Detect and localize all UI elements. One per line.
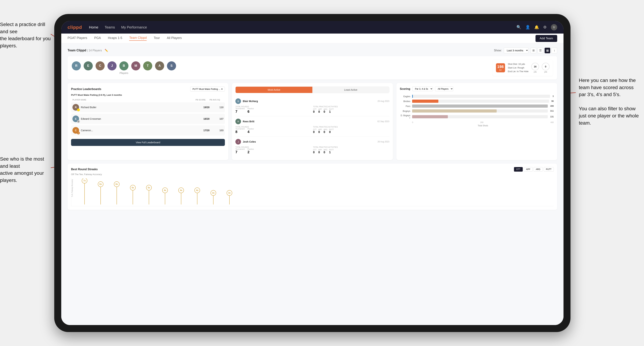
bell-icon[interactable]: 🔔	[534, 25, 539, 29]
annotation-bl-line1: See who is the most and least	[0, 156, 44, 169]
lb-score-1: 19/20	[196, 106, 210, 109]
nav-item-teams[interactable]: Teams	[105, 25, 115, 29]
player-avatar-9[interactable]: S	[167, 61, 176, 70]
view-leaderboard-button[interactable]: View Full Leaderboard	[71, 139, 225, 146]
rounds-values: Tournament 7 Practice 6	[235, 108, 312, 114]
player-avatar-4[interactable]: J	[108, 61, 116, 70]
practice-val-2: 4	[248, 130, 254, 134]
shot-metric-2-circle: 0	[542, 63, 550, 70]
subnav-hcaps[interactable]: Hcaps 1-5	[108, 36, 122, 40]
activity-avatar-1: B	[235, 98, 241, 104]
streaks-title: Best Round Streaks	[71, 168, 98, 171]
subnav-allplayers[interactable]: All Players	[167, 36, 182, 40]
dbogeys-fill	[412, 115, 448, 118]
player-avatar-1[interactable]: R	[72, 61, 81, 70]
lb-name-1: Richard Butler	[81, 106, 96, 109]
lb-medal-silver: 2	[77, 120, 80, 123]
practice-activities-2: OTT0 APP0 ARG0 PUTT0	[313, 129, 390, 134]
shot-badge-sub: SC	[499, 69, 502, 71]
lb-medal-gold: ⭐	[77, 109, 80, 111]
sub-nav: PGAT Players PGA Hcaps 1-5 Team Clippd T…	[61, 33, 564, 43]
streaks-filter-arg[interactable]: ARG	[534, 167, 543, 172]
pin-10: 3x	[226, 190, 232, 204]
lb-score-3: 17/20	[196, 129, 210, 132]
arg-label-2: ARG	[324, 129, 328, 131]
scoring-bar-birdies: Birdies 96	[400, 100, 554, 103]
putt-val-2: 0	[329, 131, 334, 134]
shot-dist: Shot Dist: 16 yds	[508, 62, 528, 66]
nav-item-performance[interactable]: My Performance	[121, 25, 147, 29]
player-avatar-5[interactable]: B	[119, 61, 128, 70]
shot-info: Shot Dist: 16 yds Start Lie: Rough End L…	[508, 62, 528, 73]
scoring-filter-players[interactable]: All Players	[435, 86, 453, 91]
subnav-pga[interactable]: PGA	[94, 36, 101, 40]
subnav-teamclippd[interactable]: Team Clippd	[129, 36, 147, 41]
subnav-tour[interactable]: Tour	[154, 36, 160, 40]
practice-val-3: 2	[248, 150, 254, 154]
settings-icon[interactable]: ⚙	[543, 25, 547, 29]
streaks-filter-group: OTT APP ARG PUTT	[514, 167, 554, 172]
player-avatar-7[interactable]: T	[143, 61, 152, 70]
leaderboard-dropdown[interactable]: PUTT Must Make Putting ... ▾	[190, 86, 225, 92]
streaks-chart: % A, Fairway Accuracy 7x 6x 6x	[71, 178, 554, 206]
putt-val-1: 1	[329, 110, 334, 113]
view-sort-icon[interactable]: ↕	[552, 48, 557, 53]
player-avatar-8[interactable]: A	[155, 61, 164, 70]
lb-sq-1: 110	[210, 106, 224, 109]
streaks-filter-ott[interactable]: OTT	[514, 167, 523, 172]
add-team-button[interactable]: Add Team	[536, 35, 557, 42]
leaderboard-title: Practice Leaderboards	[71, 88, 101, 91]
pin-line-6	[165, 193, 165, 204]
tab-least-active[interactable]: Least Active	[312, 87, 389, 93]
streaks-filter-app[interactable]: APP	[524, 167, 532, 172]
show-select[interactable]: Last 3 months Last 6 months Last year	[504, 47, 528, 53]
annotation-r-line2: team have scored across	[579, 85, 634, 90]
pin-line-4	[133, 190, 133, 204]
team-header: Team Clippd | 14 Players ✏️ Show: Last 3…	[68, 47, 557, 53]
edit-icon[interactable]: ✏️	[105, 49, 108, 52]
practice-val-1: 6	[248, 110, 254, 114]
scoring-bar-bogeys: Bogeys 311	[400, 109, 554, 113]
activity-player-2: R Rees Britt 02 Sep 2023 Total Rounds To…	[235, 116, 389, 137]
view-list-icon[interactable]: ☰	[538, 48, 543, 53]
annotation-right: Here you can see how the team have score…	[579, 77, 639, 127]
view-grid-icon[interactable]: ⊞	[530, 48, 536, 53]
pin-line-1	[84, 183, 85, 204]
pin-circle-3: 6x	[114, 181, 120, 187]
user-avatar[interactable]: U	[551, 24, 557, 30]
eagles-track	[412, 95, 550, 98]
shot-metric-1-circle: 16	[531, 63, 539, 70]
activity-rounds-1: Total Rounds Tournament 7 Practice 6	[235, 106, 312, 114]
pin-line-10	[229, 196, 230, 204]
app-label: APP	[318, 108, 322, 110]
lb-player-2: E 2 Edward Crossman	[72, 116, 196, 122]
team-title: Team Clippd | 14 Players	[68, 49, 102, 52]
player-avatar-2[interactable]: E	[84, 61, 93, 70]
birdies-track	[412, 100, 549, 103]
practice-activities: OTT 0 APP 0 ARG 0	[313, 108, 390, 113]
annotation-line2: the leaderboard for you players.	[0, 36, 51, 48]
person-icon[interactable]: 👤	[525, 25, 530, 29]
nav-item-home[interactable]: Home	[89, 25, 98, 29]
pin-line-7	[181, 193, 181, 204]
activity-date-3: 26 Aug 2023	[378, 141, 389, 143]
app-group: APP 0	[318, 108, 322, 113]
nav-logo: clippd	[68, 25, 82, 30]
scoring-bar-pars: Pars 499	[400, 105, 554, 108]
activity-tabs: Most Active Least Active	[235, 86, 389, 93]
shot-badge-num: 198	[497, 64, 504, 69]
player-avatar-3[interactable]: C	[96, 61, 105, 70]
tournament-label: Tournament	[235, 108, 245, 110]
scoring-filter-par[interactable]: Par 3, 4 & 5s Par 3s Par 4s Par 5s	[412, 86, 433, 91]
player-avatar-6[interactable]: M	[131, 61, 140, 70]
streaks-header: Best Round Streaks OTT APP ARG PUTT	[71, 167, 554, 172]
tab-most-active[interactable]: Most Active	[236, 87, 312, 93]
view-cards-icon[interactable]: ▦	[544, 48, 550, 53]
nav-items: Home Teams My Performance	[89, 25, 510, 29]
bogeys-label: Bogeys	[400, 110, 410, 112]
subnav-pgat[interactable]: PGAT Players	[68, 36, 87, 40]
streaks-filter-putt[interactable]: PUTT	[544, 167, 554, 172]
activity-stats-1: Total Rounds Tournament 7 Practice 6	[235, 106, 389, 114]
search-icon[interactable]: 🔍	[516, 25, 521, 29]
bogeys-value: 311	[550, 110, 554, 112]
